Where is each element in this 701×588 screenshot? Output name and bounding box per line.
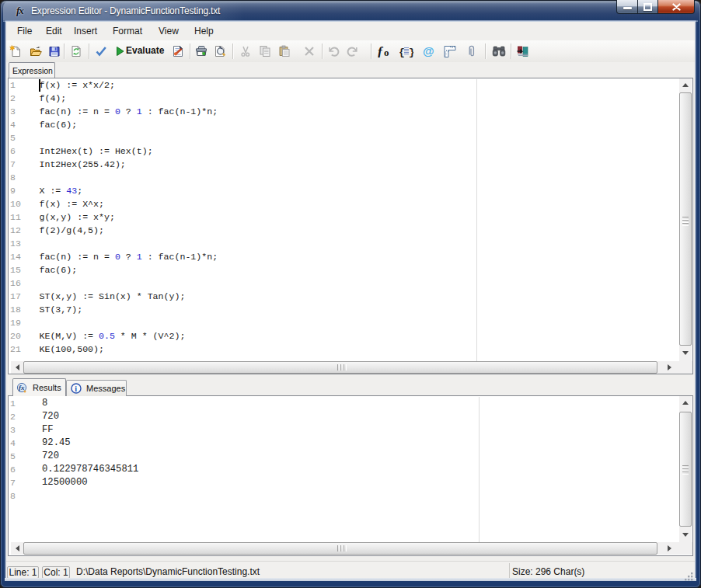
svg-text:f: f — [378, 45, 384, 57]
svg-text:i: i — [75, 384, 77, 393]
svg-text:fx: fx — [19, 384, 25, 391]
svg-text:{: { — [399, 47, 405, 58]
svg-text:}: } — [409, 47, 413, 58]
svg-text:@: @ — [423, 45, 434, 57]
svg-text:o: o — [384, 47, 389, 57]
